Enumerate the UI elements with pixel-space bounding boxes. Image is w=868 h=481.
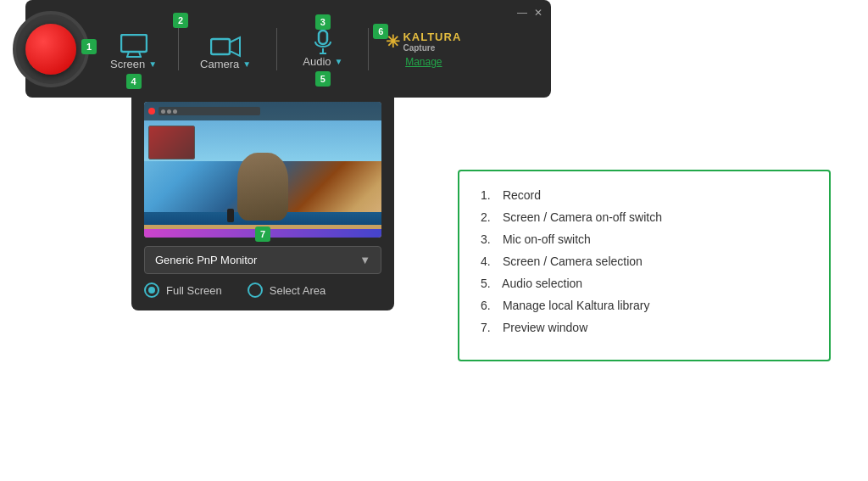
- inset-bg: [149, 126, 194, 159]
- legend-num: 1.: [481, 188, 499, 202]
- screen-icon: [120, 34, 147, 58]
- full-screen-option[interactable]: Full Screen: [144, 282, 222, 298]
- record-button[interactable]: [13, 11, 89, 87]
- legend-text: Screen / Camera on-off switch: [499, 210, 662, 224]
- svg-rect-4: [211, 39, 230, 54]
- badge-record: 1: [81, 39, 97, 54]
- window-controls: — ✕: [517, 7, 542, 19]
- legend-text: Audio selection: [499, 277, 582, 290]
- badge-manage: 6: [373, 24, 388, 39]
- legend-item: 5. Audio selection: [481, 277, 808, 290]
- monitor-chevron-icon: ▼: [359, 254, 370, 266]
- badge-preview: 7: [255, 227, 270, 242]
- screen-chevron: ▼: [148, 59, 157, 69]
- audio-chevron: ▼: [335, 57, 343, 66]
- monitor-select[interactable]: Generic PnP Monitor ▼: [144, 246, 381, 274]
- svg-marker-5: [230, 37, 240, 56]
- mini-dot-1: [161, 109, 165, 114]
- dropdown-panel: 7 Generic PnP Monitor ▼ Full Screen Sele…: [131, 89, 394, 310]
- figure-shape: [227, 209, 234, 222]
- divider-2: [276, 28, 277, 70]
- preview-container: 7: [144, 102, 381, 238]
- legend-panel: 1. Record2. Screen / Camera on-off switc…: [458, 170, 831, 361]
- camera-chevron: ▼: [242, 59, 251, 69]
- kaltura-section: 6 ✳ KALTURA Capture Manage: [386, 31, 461, 68]
- camera-label[interactable]: Camera ▼: [200, 58, 251, 70]
- legend-num: 3.: [481, 232, 499, 246]
- manage-link[interactable]: Manage: [405, 56, 442, 68]
- rock-shape: [237, 153, 288, 221]
- toolbar: — ✕ 1 2 Screen ▼: [25, 0, 551, 98]
- kaltura-logo: ✳ KALTURA Capture: [386, 31, 461, 53]
- legend-text: Mic on-off switch: [499, 232, 591, 246]
- monitor-value: Generic PnP Monitor: [155, 254, 257, 266]
- legend-item: 4. Screen / Camera selection: [481, 254, 808, 268]
- screen-control: Screen ▼ 4: [97, 34, 170, 70]
- toolbar-controls: 2 Screen ▼ 4: [97, 28, 534, 70]
- select-area-radio[interactable]: [248, 282, 263, 298]
- preview-window: [144, 102, 381, 238]
- full-screen-label: Full Screen: [166, 284, 222, 297]
- select-area-label: Select Area: [270, 284, 326, 297]
- legend-item: 2. Screen / Camera on-off switch: [481, 210, 808, 224]
- legend-items-container: 1. Record2. Screen / Camera on-off switc…: [481, 188, 808, 334]
- preview-inset: [148, 126, 195, 159]
- legend-item: 7. Preview window: [481, 321, 808, 334]
- record-button-inner: [25, 24, 76, 75]
- legend-item: 1. Record: [481, 188, 808, 202]
- svg-rect-0: [121, 35, 147, 52]
- legend-num: 2.: [481, 210, 499, 224]
- audio-label[interactable]: Audio ▼: [303, 55, 342, 68]
- legend-text: Preview window: [499, 321, 587, 334]
- select-area-option[interactable]: Select Area: [248, 282, 326, 298]
- radio-row: Full Screen Select Area: [144, 282, 381, 298]
- mini-dot-3: [173, 109, 177, 114]
- legend-text: Manage local Kaltura library: [499, 299, 649, 312]
- legend-num: 5.: [481, 277, 499, 290]
- minimize-button[interactable]: —: [517, 7, 527, 19]
- badge-screen-sel: 4: [126, 74, 142, 89]
- camera-control: Camera ▼: [187, 36, 264, 70]
- preview-overlay: [144, 102, 381, 120]
- rec-dot: [148, 108, 155, 115]
- kaltura-name: KALTURA: [403, 31, 461, 43]
- divider-3: [368, 28, 369, 70]
- radio-selected-inner: [148, 287, 155, 294]
- svg-rect-6: [319, 31, 327, 44]
- kaltura-capture: Capture: [403, 43, 461, 53]
- audio-control: 3 Audio ▼ 5: [290, 30, 355, 68]
- legend-item: 6. Manage local Kaltura library: [481, 299, 808, 312]
- legend-num: 6.: [481, 299, 499, 312]
- screen-label[interactable]: Screen ▼: [110, 58, 157, 70]
- legend-text: Record: [499, 188, 541, 202]
- mic-icon: [314, 30, 332, 55]
- legend-num: 4.: [481, 254, 499, 268]
- full-screen-radio[interactable]: [144, 282, 159, 298]
- legend-text: Screen / Camera selection: [499, 254, 643, 268]
- camera-icon: [210, 36, 241, 58]
- legend-item: 3. Mic on-off switch: [481, 232, 808, 246]
- badge-screen-camera: 2: [173, 13, 188, 28]
- badge-mic: 3: [315, 14, 331, 30]
- divider-1: [178, 28, 179, 70]
- close-button[interactable]: ✕: [534, 7, 542, 19]
- preview-mini-bar: [159, 107, 260, 115]
- badge-audio-sel: 5: [315, 71, 331, 87]
- legend-num: 7.: [481, 321, 499, 334]
- mini-dot-2: [167, 109, 171, 114]
